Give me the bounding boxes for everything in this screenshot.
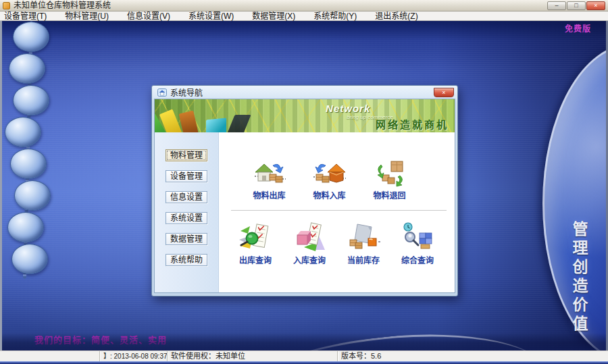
menu-data-management[interactable]: 数据管理(X) [252,11,295,21]
current-stock-icon [346,222,381,253]
bead-decoration [7,212,44,242]
outbound-query-icon [238,222,273,253]
menu-system-settings[interactable]: 系统设置(W) [188,11,234,21]
window-controls: – □ × [547,1,605,10]
statusbar-timestamp: 】: 2013-06-08 09:37:58 [100,351,168,361]
bead-decoration [10,149,47,179]
bead-decoration [13,22,49,52]
nav-data-management[interactable]: 数据管理 [166,233,207,245]
nav-device-management[interactable]: 设备管理 [166,170,207,182]
window-title: 未知单位仓库物料管理系统 [14,0,111,11]
window-bottom-border [0,361,608,364]
banner-image: Network bring up commerce 网络造就商机 [155,99,455,132]
nav-info-settings[interactable]: 信息设置 [166,191,207,203]
dialog-title: 系统导航 [170,86,203,98]
vertical-slogan: 管理创造价值 [567,221,590,334]
home-icon [157,88,167,97]
edition-badge: 免费版 [565,22,591,34]
statusbar-version: 版本号：5.6 [338,351,608,361]
window-titlebar: 未知单位仓库物料管理系统 – □ × [0,0,608,11]
shortcut-label: 综合查询 [401,254,434,265]
status-bar: 】: 2013-06-08 09:37:58 软件使用权：未知单位 版本号：5.… [0,350,608,361]
banner-brand-text: Network [326,103,370,114]
shortcut-material-out[interactable]: 物料出库 [239,158,299,201]
swoosh-decoration [220,320,554,350]
app-icon [3,2,10,9]
shortcut-label: 物料出库 [253,189,285,201]
dialog-body: 物料管理 设备管理 信息设置 系统设置 数据管理 系统帮助 [155,132,455,293]
nav-system-settings[interactable]: 系统设置 [166,212,207,224]
goal-slogan: 我们的目标：简便、灵活、实用 [34,333,167,346]
banner-headline-text: 网络造就商机 [376,117,449,131]
maximize-button[interactable]: □ [567,1,586,10]
material-return-icon [373,158,407,188]
statusbar-spacer [0,351,100,361]
dialog-close-button[interactable]: × [434,88,454,97]
shortcut-label: 出库查询 [239,254,272,265]
shortcut-comprehensive-query[interactable]: 综合查询 [390,222,445,265]
bead-decoration [13,85,49,115]
menu-exit-system[interactable]: 退出系统(Z) [375,11,417,21]
shortcut-outbound-query[interactable]: 出库查询 [228,222,282,265]
material-in-icon [313,158,347,188]
comprehensive-query-icon [400,222,435,253]
system-navigation-dialog: 系统导航 × Network bring up commerce 网络造就商机 … [151,85,458,296]
row-divider [231,210,447,211]
shortcut-panel: 物料出库 [219,132,455,293]
menu-bar: 设备管理(T) 物料管理(U) 信息设置(V) 系统设置(W) 数据管理(X) … [0,11,608,21]
minimize-button[interactable]: – [547,1,566,10]
menu-info-settings[interactable]: 信息设置(V) [127,11,170,21]
shortcut-row-2: 出库查询 [228,222,445,265]
nav-system-help[interactable]: 系统帮助 [166,254,207,266]
statusbar-license: 软件使用权：未知单位 [168,351,338,361]
banner-cube-teal [206,118,226,132]
shortcut-label: 入库查询 [293,254,326,265]
bead-decoration [5,117,41,147]
shortcut-label: 物料退回 [373,189,405,201]
menu-device-management[interactable]: 设备管理(T) [4,11,47,21]
inbound-query-icon [292,222,327,253]
material-out-icon [253,158,286,188]
menu-system-help[interactable]: 系统帮助(Y) [313,11,357,21]
shortcut-inbound-query[interactable]: 入库查询 [282,222,336,265]
bead-decoration [14,180,51,211]
shortcut-label: 物料入库 [313,189,345,201]
bead-decoration [9,53,45,84]
dialog-titlebar[interactable]: 系统导航 × [154,86,455,99]
menu-material-management[interactable]: 物料管理(U) [65,11,109,21]
close-button[interactable]: × [586,1,605,10]
dialog-nav-column: 物料管理 设备管理 信息设置 系统设置 数据管理 系统帮助 [155,132,219,293]
shortcut-row-1: 物料出库 [239,158,420,201]
nav-material-management[interactable]: 物料管理 [166,149,207,161]
bead-decoration [11,244,48,274]
shortcut-material-return[interactable]: 物料退回 [359,158,420,201]
shortcut-label: 当前库存 [347,254,380,265]
dialog-content: Network bring up commerce 网络造就商机 物料管理 设备… [154,99,455,293]
shortcut-material-in[interactable]: 物料入库 [299,158,359,201]
shortcut-current-stock[interactable]: 当前库存 [336,222,390,265]
